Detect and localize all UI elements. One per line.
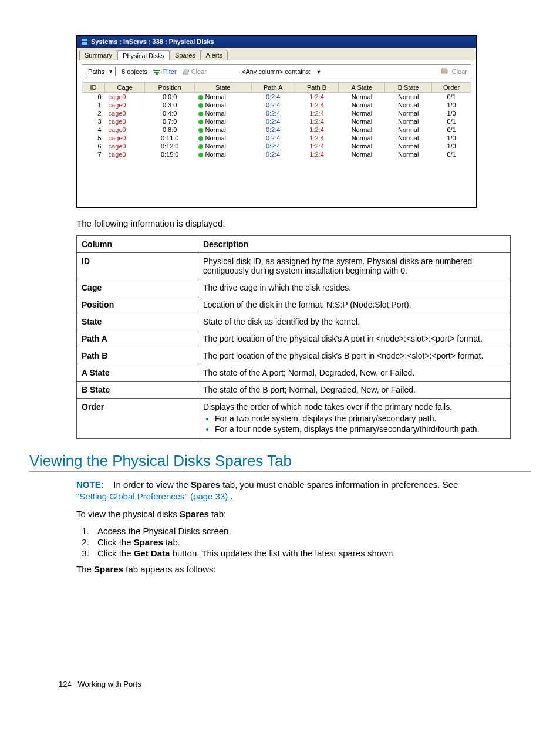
desc-header-column: Column (77, 236, 198, 253)
steps-list: Access the Physical Disks screen.Click t… (76, 526, 531, 558)
desc-row: IDPhysical disk ID, as assigned by the s… (77, 253, 511, 279)
chevron-down-icon: ▼ (316, 69, 321, 75)
tab-spares[interactable]: Spares (170, 50, 201, 60)
view-dropdown[interactable]: Paths ▼ (86, 67, 116, 76)
list-item: Access the Physical Disks screen. (92, 526, 531, 536)
steps-intro: To view the physical disks Spares tab: (76, 509, 531, 519)
column-header[interactable]: ID (82, 83, 105, 93)
column-header[interactable]: Path A (251, 83, 295, 93)
note-block: NOTE: In order to view the Spares tab, y… (76, 479, 511, 503)
app-icon (80, 38, 89, 46)
page-footer: 124 Working with Ports (59, 680, 531, 688)
clear-button[interactable]: Clear (183, 68, 207, 75)
eraser-icon (183, 69, 190, 75)
column-header[interactable]: State (195, 83, 252, 93)
column-header[interactable]: Cage (105, 83, 145, 93)
desc-row: CageThe drive cage in which the disk res… (77, 279, 511, 296)
svg-rect-4 (156, 73, 158, 75)
table-row[interactable]: 7cage00:15:0Normal0:2:41:2:4NormalNormal… (82, 150, 471, 158)
tab-strip: SummaryPhysical DisksSparesAlerts (77, 48, 476, 60)
preferences-link[interactable]: "Setting Global Preferences" (page 33) (76, 491, 228, 501)
note-label: NOTE: (76, 480, 104, 490)
window-titlebar: Systems : InServs : 338 : Physical Disks (77, 36, 476, 48)
column-header[interactable]: Position (145, 83, 195, 93)
filter-bar: Paths ▼ 8 objects Filter Clear <Any colu (82, 64, 471, 79)
chapter-title: Working with Ports (78, 680, 141, 688)
svg-rect-3 (154, 72, 159, 73)
description-table: Column Description IDPhysical disk ID, a… (76, 235, 511, 439)
tab-alerts[interactable]: Alerts (201, 50, 228, 60)
desc-row: B StateThe state of the B port; Normal, … (77, 382, 511, 399)
column-header[interactable]: Path B (295, 83, 339, 93)
table-row[interactable]: 2cage00:4:0Normal0:2:41:2:4NormalNormal1… (82, 109, 471, 117)
table-row[interactable]: 1cage00:3:0Normal0:2:41:2:4NormalNormal1… (82, 101, 471, 109)
svg-marker-5 (183, 70, 189, 74)
chevron-down-icon: ▼ (108, 69, 113, 75)
svg-rect-1 (82, 42, 87, 45)
table-row[interactable]: 5cage00:11:0Normal0:2:41:2:4NormalNormal… (82, 134, 471, 142)
tab-physical-disks[interactable]: Physical Disks (117, 50, 170, 60)
desc-row: A StateThe state of the A port; Normal, … (77, 364, 511, 382)
desc-row: OrderDisplays the order of which node ta… (77, 399, 511, 439)
desc-row: StateState of the disk as identified by … (77, 313, 511, 330)
view-dropdown-value: Paths (88, 68, 104, 75)
clear-right-button[interactable]: Clear (452, 68, 467, 75)
desc-row: Path AThe port location of the physical … (77, 330, 511, 347)
physical-disks-window: Systems : InServs : 338 : Physical Disks… (76, 35, 477, 208)
data-grid: IDCagePositionStatePath APath BA StateB … (82, 82, 471, 200)
svg-rect-6 (441, 70, 447, 73)
desc-row: PositionLocation of the disk in the form… (77, 296, 511, 313)
table-row[interactable]: 0cage00:0:0Normal0:2:41:2:4NormalNormal0… (82, 93, 471, 102)
section-heading: Viewing the Physical Disks Spares Tab (29, 452, 531, 472)
desc-row: Path BThe port location of the physical … (77, 347, 511, 364)
table-row[interactable]: 6cage00:12:0Normal0:2:41:2:4NormalNormal… (82, 142, 471, 150)
table-row[interactable]: 4cage00:8:0Normal0:2:41:2:4NormalNormal0… (82, 126, 471, 134)
list-item: Click the Spares tab. (92, 537, 531, 547)
svg-rect-2 (153, 70, 160, 71)
column-header[interactable]: Order (432, 83, 471, 93)
column-header[interactable]: B State (385, 83, 432, 93)
page-number: 124 (59, 680, 72, 688)
intro-text: The following information is displayed: (76, 218, 531, 228)
column-header[interactable]: A State (339, 83, 385, 93)
svg-rect-7 (443, 68, 446, 70)
svg-rect-0 (82, 39, 87, 41)
filter-icon (153, 69, 160, 75)
after-steps: The Spares tab appears as follows: (76, 564, 531, 574)
window-title: Systems : InServs : 338 : Physical Disks (91, 38, 214, 45)
tab-summary[interactable]: Summary (79, 50, 117, 60)
desc-header-description: Description (198, 236, 511, 253)
filter-button[interactable]: Filter (153, 68, 177, 75)
object-count: 8 objects (122, 68, 147, 75)
list-item: Click the Get Data button. This updates … (92, 548, 531, 558)
column-filter-dropdown[interactable]: <Any column> contains: ▼ (242, 68, 321, 75)
table-row[interactable]: 3cage00:7:0Normal0:2:41:2:4NormalNormal0… (82, 117, 471, 126)
printer-icon[interactable] (440, 68, 448, 75)
